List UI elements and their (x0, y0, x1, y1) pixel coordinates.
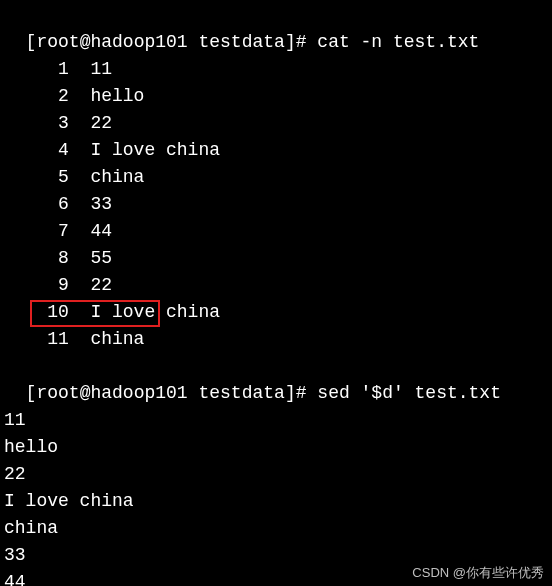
numbered-row: 11 china (4, 326, 548, 353)
prompt-line-1: [root@hadoop101 testdata]# cat -n test.t… (4, 2, 548, 56)
numbered-row: 4 I love china (4, 137, 548, 164)
prompt-hash: # (296, 32, 307, 52)
line-number: 7 (4, 218, 69, 245)
numbered-row: 10 I love china (4, 299, 548, 326)
output-row: china (4, 515, 548, 542)
line-number: 4 (4, 137, 69, 164)
line-content: 33 (90, 191, 112, 218)
numbered-row: 8 55 (4, 245, 548, 272)
output-row: 11 (4, 407, 548, 434)
command-text: sed '$d' test.txt (317, 383, 501, 403)
line-content: I love china (90, 137, 220, 164)
line-content: 11 (90, 56, 112, 83)
command-text: cat -n test.txt (317, 32, 479, 52)
line-number: 2 (4, 83, 69, 110)
cwd-path: testdata (198, 383, 284, 403)
line-content: china (90, 326, 144, 353)
prompt-line-2: [root@hadoop101 testdata]# sed '$d' test… (4, 353, 548, 407)
numbered-row: 3 22 (4, 110, 548, 137)
line-content: I love china (90, 299, 220, 326)
line-number: 10 (4, 299, 69, 326)
output-row: 22 (4, 461, 548, 488)
user-host: root@hadoop101 (36, 32, 187, 52)
line-number: 1 (4, 56, 69, 83)
bracket-close: ] (285, 32, 296, 52)
line-number: 8 (4, 245, 69, 272)
line-number: 11 (4, 326, 69, 353)
line-content: 44 (90, 218, 112, 245)
bracket-open: [ (26, 32, 37, 52)
line-number: 3 (4, 110, 69, 137)
space (188, 32, 199, 52)
numbered-row: 7 44 (4, 218, 548, 245)
line-content: china (90, 164, 144, 191)
numbered-row: 9 22 (4, 272, 548, 299)
space (188, 383, 199, 403)
numbered-row: 6 33 (4, 191, 548, 218)
output-row: hello (4, 434, 548, 461)
line-number: 9 (4, 272, 69, 299)
line-number: 5 (4, 164, 69, 191)
user-host: root@hadoop101 (36, 383, 187, 403)
cwd-path: testdata (198, 32, 284, 52)
prompt-hash: # (296, 383, 307, 403)
line-content: 22 (90, 272, 112, 299)
watermark-text: CSDN @你有些许优秀 (412, 563, 544, 583)
bracket-close: ] (285, 383, 296, 403)
bracket-open: [ (26, 383, 37, 403)
output-row: I love china (4, 488, 548, 515)
line-number: 6 (4, 191, 69, 218)
numbered-row: 5 china (4, 164, 548, 191)
line-content: 22 (90, 110, 112, 137)
line-content: 55 (90, 245, 112, 272)
numbered-row: 1 11 (4, 56, 548, 83)
line-content: hello (90, 83, 144, 110)
numbered-row: 2 hello (4, 83, 548, 110)
